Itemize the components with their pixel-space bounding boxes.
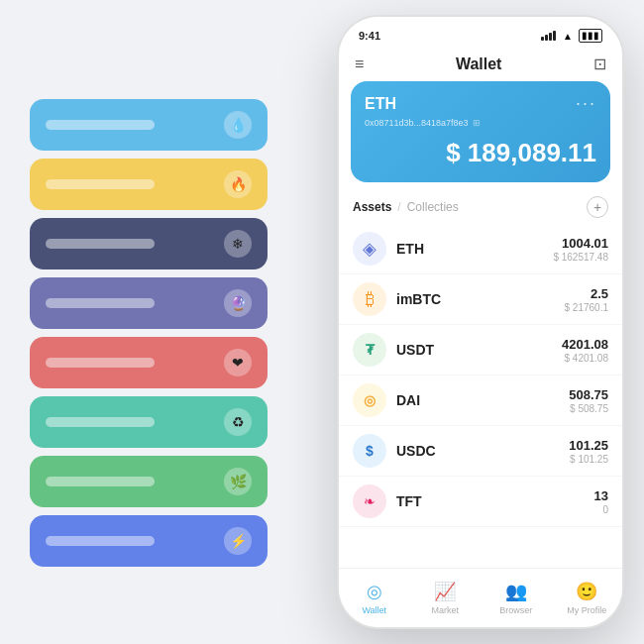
tft-amount: 13	[594, 488, 608, 503]
wallet-address: 0x08711d3b...8418a7f8e3 ⊞	[365, 118, 596, 128]
card-label-bar	[46, 536, 155, 546]
card-label-bar	[46, 298, 155, 308]
card-label-bar	[46, 417, 155, 427]
asset-list: ◈ ETH 1004.01 $ 162517.48 ₿ imBTC 2.5 $ …	[339, 224, 622, 527]
tft-values: 13 0	[594, 488, 608, 515]
wallet-card-top: ETH ···	[365, 93, 596, 114]
wallet-nav-label: Wallet	[362, 605, 386, 615]
dai-name: DAI	[396, 392, 569, 408]
asset-row-tft[interactable]: ❧ TFT 13 0	[339, 477, 622, 527]
eth-values: 1004.01 $ 162517.48	[553, 236, 608, 263]
card-item[interactable]: ♻	[30, 396, 268, 448]
profile-nav-icon: 🙂	[576, 581, 597, 602]
card-item[interactable]: 🔥	[30, 159, 268, 210]
status-time: 9:41	[359, 30, 380, 42]
tft-icon: ❧	[353, 484, 386, 518]
card-item[interactable]: ❄	[30, 218, 268, 269]
imbtc-values: 2.5 $ 21760.1	[565, 286, 609, 313]
tab-assets[interactable]: Assets	[353, 200, 391, 214]
imbtc-amount: 2.5	[565, 286, 609, 301]
wallet-coin-name: ETH	[365, 95, 396, 113]
card-item[interactable]: 💧	[30, 99, 268, 151]
status-bar: 9:41 ▲ ▮▮▮	[339, 17, 622, 49]
usdc-icon: $	[353, 434, 386, 468]
page-title: Wallet	[456, 55, 502, 73]
tft-name: TFT	[396, 493, 594, 509]
card-label-bar	[46, 358, 155, 368]
imbtc-icon: ₿	[353, 282, 386, 316]
tab-collecties[interactable]: Collecties	[407, 200, 459, 214]
usdt-amount: 4201.08	[562, 337, 608, 352]
card-icon: ⚡	[224, 527, 252, 555]
card-icon: 🔮	[224, 289, 252, 317]
card-icon: ❄	[224, 230, 252, 258]
imbtc-fiat: $ 21760.1	[565, 302, 609, 313]
nav-profile[interactable]: 🙂 My Profile	[552, 581, 623, 615]
eth-name: ETH	[396, 241, 553, 257]
usdt-name: USDT	[396, 342, 562, 358]
card-label-bar	[46, 477, 155, 486]
card-stack: 💧 🔥 ❄ 🔮 ❤ ♻ 🌿 ⚡	[30, 99, 268, 567]
card-item[interactable]: 🌿	[30, 456, 268, 507]
card-label-bar	[46, 120, 155, 130]
wallet-options-button[interactable]: ···	[576, 93, 596, 114]
eth-amount: 1004.01	[553, 236, 608, 251]
battery-icon: ▮▮▮	[579, 29, 602, 43]
assets-tabs: Assets / Collecties	[353, 200, 459, 214]
card-icon: ♻	[224, 408, 252, 436]
dai-values: 508.75 $ 508.75	[569, 387, 608, 414]
card-item[interactable]: ❤	[30, 337, 268, 388]
card-icon: ❤	[224, 349, 252, 376]
menu-icon[interactable]: ≡	[355, 55, 364, 73]
usdc-values: 101.25 $ 101.25	[569, 438, 608, 465]
asset-row-eth[interactable]: ◈ ETH 1004.01 $ 162517.48	[339, 224, 622, 274]
usdt-values: 4201.08 $ 4201.08	[562, 337, 608, 364]
tft-fiat: 0	[594, 504, 608, 515]
assets-header: Assets / Collecties +	[339, 192, 622, 224]
tab-divider: /	[397, 200, 400, 214]
card-icon: 🌿	[224, 468, 252, 495]
usdc-fiat: $ 101.25	[569, 454, 608, 465]
card-icon: 🔥	[224, 170, 252, 198]
dai-icon: ◎	[353, 383, 386, 417]
nav-market[interactable]: 📈 Market	[410, 581, 482, 615]
imbtc-name: imBTC	[396, 291, 565, 307]
usdc-name: USDC	[396, 443, 569, 459]
asset-row-imbtc[interactable]: ₿ imBTC 2.5 $ 21760.1	[339, 274, 622, 325]
profile-nav-label: My Profile	[567, 605, 606, 615]
market-nav-label: Market	[431, 605, 459, 615]
wifi-icon: ▲	[563, 31, 573, 42]
dai-amount: 508.75	[569, 387, 608, 402]
card-icon: 💧	[224, 111, 252, 139]
wallet-nav-icon: ◎	[367, 581, 382, 602]
scan-icon[interactable]: ⊡	[593, 54, 606, 73]
market-nav-icon: 📈	[434, 581, 456, 602]
status-icons: ▲ ▮▮▮	[541, 29, 602, 43]
nav-browser[interactable]: 👥 Browser	[481, 581, 552, 615]
browser-nav-label: Browser	[499, 605, 532, 615]
dai-fiat: $ 508.75	[569, 403, 608, 414]
card-item[interactable]: 🔮	[30, 277, 268, 329]
wallet-card[interactable]: ETH ··· 0x08711d3b...8418a7f8e3 ⊞ $ 189,…	[351, 81, 610, 182]
phone-container: 9:41 ▲ ▮▮▮ ≡ Wallet ⊡ ETH ··· 0x08711d3b…	[337, 15, 624, 629]
asset-row-dai[interactable]: ◎ DAI 508.75 $ 508.75	[339, 376, 622, 426]
browser-nav-icon: 👥	[505, 581, 527, 602]
signal-icon	[541, 31, 556, 41]
eth-fiat: $ 162517.48	[553, 252, 608, 263]
asset-row-usdt[interactable]: ₮ USDT 4201.08 $ 4201.08	[339, 325, 622, 376]
card-label-bar	[46, 179, 155, 189]
usdc-amount: 101.25	[569, 438, 608, 453]
wallet-balance: $ 189,089.11	[365, 138, 596, 168]
usdt-icon: ₮	[353, 333, 386, 367]
eth-icon: ◈	[353, 232, 386, 266]
card-label-bar	[46, 239, 155, 249]
card-item[interactable]: ⚡	[30, 515, 268, 567]
add-asset-button[interactable]: +	[587, 196, 608, 218]
usdt-fiat: $ 4201.08	[562, 353, 608, 364]
bottom-nav: ◎ Wallet 📈 Market 👥 Browser 🙂 My Profile	[339, 568, 622, 627]
asset-row-usdc[interactable]: $ USDC 101.25 $ 101.25	[339, 426, 622, 477]
app-header: ≡ Wallet ⊡	[339, 49, 622, 81]
nav-wallet[interactable]: ◎ Wallet	[339, 581, 410, 615]
